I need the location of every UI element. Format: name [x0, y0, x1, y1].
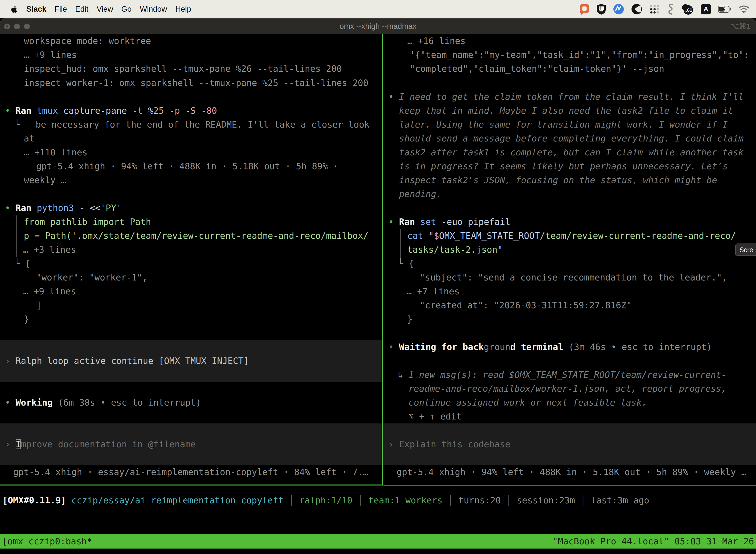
window-title: omx --xhigh --madmax [0, 18, 756, 34]
percent-badge-icon[interactable]: ..61 [681, 3, 694, 15]
apple-menu-icon[interactable] [11, 5, 17, 13]
menu-view[interactable]: View [97, 5, 113, 14]
battery-charging-icon[interactable] [718, 6, 732, 13]
svg-text:..61: ..61 [684, 7, 692, 13]
omx-status-line: [OMX#0.11.9] cczip/essay/ai-reimplementa… [2, 493, 649, 507]
window-shortcut: ⌥⌘1 [731, 18, 751, 34]
svg-text:A: A [703, 5, 708, 13]
record-circle-icon[interactable] [631, 3, 642, 15]
screen-record-badge-icon[interactable] [579, 3, 589, 15]
shield-grid-icon[interactable] [596, 3, 606, 15]
blue-burst-icon[interactable] [613, 3, 624, 15]
menu-file[interactable]: File [55, 5, 67, 14]
window-title-bar: omx --xhigh --madmax ⌥⌘1 [0, 18, 756, 34]
tmux-status-bar: [omx-cczip0:bash* "MacBook-Pro-44.local"… [0, 534, 756, 549]
squiggle-icon[interactable] [667, 3, 674, 15]
keyboard-a-badge-icon[interactable]: A [700, 4, 711, 15]
menu-app-name[interactable]: Slack [26, 5, 46, 14]
tmux-host-clock: "MacBook-Pro-44.local" 05:03 31-Mar-26 [553, 534, 754, 549]
screenshot-tooltip: Scre [735, 243, 756, 256]
dots-grid-icon[interactable] [649, 4, 660, 15]
menu-help[interactable]: Help [175, 5, 191, 14]
menu-bar-tray: ..61 A [579, 3, 756, 15]
menu-window[interactable]: Window [140, 5, 167, 14]
wifi-icon[interactable] [738, 5, 750, 13]
tmux-session-label: [omx-cczip0:bash* [2, 534, 92, 549]
menu-go[interactable]: Go [121, 5, 131, 14]
terminal: workspace_mode: worktree… +9 linesinspec… [0, 34, 756, 554]
menu-edit[interactable]: Edit [75, 5, 88, 14]
menu-bar: Slack File Edit View Go Window Help ..61… [0, 0, 756, 18]
